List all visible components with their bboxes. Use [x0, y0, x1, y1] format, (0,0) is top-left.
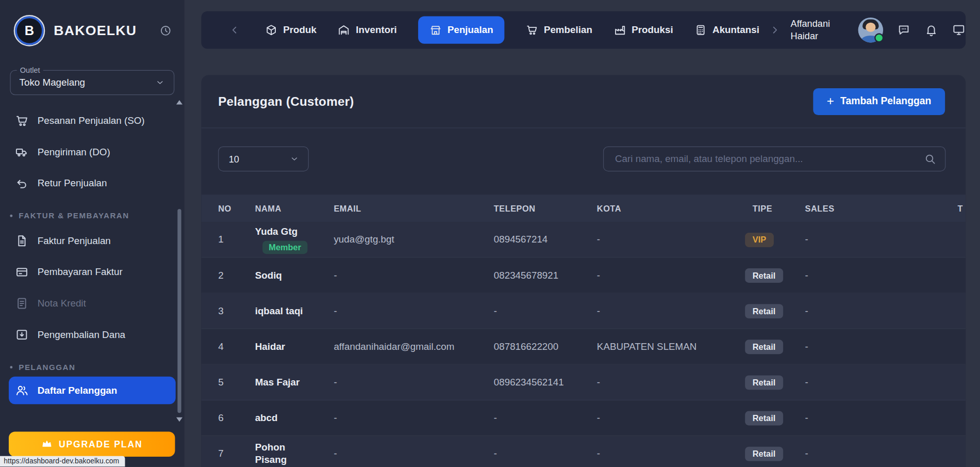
page-size-select[interactable]: 10 [218, 147, 309, 171]
customer-name: iqbaal taqi [255, 304, 315, 317]
table-row[interactable]: 5Mas Fajar-0896234562141-Retail- [201, 365, 966, 400]
sidebar-item-pesanan-penjualan-so[interactable]: Pesanan Penjualan (SO) [9, 105, 176, 137]
cell-kota: - [597, 234, 753, 245]
sidebar-item-faktur-penjualan[interactable]: Faktur Penjualan [9, 225, 176, 256]
truck-icon [15, 145, 29, 159]
cell-tipe: Retail [745, 375, 805, 390]
cell-no: 1 [218, 234, 255, 245]
cell-email: - [334, 270, 493, 281]
cell-kota: KABUPATEN SLEMAN [597, 341, 753, 352]
cell-telepon: - [494, 305, 597, 317]
table-row[interactable]: 1Yuda GtgMemberyuda@gtg.bgt0894567214-VI… [201, 222, 966, 257]
customer-name: Pohon Pisang [255, 441, 315, 466]
payment-icon [15, 265, 29, 279]
scroll-down-arrow-icon[interactable] [176, 417, 182, 422]
cell-kota: - [597, 270, 753, 281]
outlet-value: Toko Magelang [20, 77, 85, 88]
table-row[interactable]: 3iqbaal taqi---Retail- [201, 294, 966, 329]
user-name[interactable]: Affandani Haidar [791, 18, 843, 42]
plus-icon: + [827, 94, 834, 107]
outlet-selector[interactable]: Outlet Toko Magelang [10, 70, 174, 95]
sidebar-item-pengembalian-dana[interactable]: Pengembalian Dana [9, 319, 176, 350]
tab-label: Akuntansi [712, 24, 759, 36]
outlet-label: Outlet [17, 66, 43, 74]
cell-kota: - [597, 412, 753, 424]
cell-nama: Mas Fajar [255, 376, 334, 389]
sidebar-item-label: Faktur Penjualan [38, 235, 111, 247]
customer-name: Haidar [255, 341, 315, 353]
column-header-no: NO [218, 204, 255, 213]
cart-icon [15, 114, 29, 128]
cell-sales: - [805, 412, 958, 424]
tab-pembelian[interactable]: Pembelian [526, 24, 592, 36]
sidebar-item-daftar-pelanggan[interactable]: Daftar Pelanggan [9, 377, 176, 404]
cell-sales: - [805, 341, 958, 352]
column-header-kota: KOTA [597, 204, 753, 213]
tab-label: Pembelian [544, 24, 592, 36]
nav-scroll-left-icon[interactable] [229, 24, 241, 36]
table-row[interactable]: 2Sodiq-082345678921-Retail- [201, 258, 966, 294]
customer-name: Sodiq [255, 269, 315, 281]
tab-inventori[interactable]: Inventori [338, 24, 397, 36]
tipe-badge: Retail [745, 446, 783, 461]
sidebar-item-pengiriman-do[interactable]: Pengiriman (DO) [9, 136, 176, 168]
upgrade-plan-button[interactable]: UPGRADE PLAN [9, 432, 175, 457]
sidebar-item-retur-penjualan[interactable]: Retur Penjualan [9, 168, 176, 199]
sidebar-item-label: Retur Penjualan [38, 178, 107, 189]
cell-nama: Haidar [255, 341, 334, 353]
tab-akuntansi[interactable]: Akuntansi [694, 24, 759, 36]
return-icon [15, 176, 29, 190]
sidebar-item-nota-kredit[interactable]: Nota Kredit [9, 288, 176, 319]
tab-produksi[interactable]: Produksi [613, 24, 673, 36]
add-customer-button[interactable]: + Tambah Pelanggan [813, 88, 945, 115]
search-icon[interactable] [924, 153, 936, 165]
column-header-t: T [957, 204, 966, 213]
tab-penjualan[interactable]: Penjualan [418, 17, 505, 44]
cell-tipe: Retail [745, 411, 805, 425]
card-header: Pelanggan (Customer) + Tambah Pelanggan [201, 75, 966, 128]
tipe-badge: VIP [745, 232, 773, 247]
cell-nama: Pohon Pisang [255, 441, 334, 466]
table-row[interactable]: 4Haidaraffandanihaidar@gmail.com08781662… [201, 329, 966, 365]
topbar-nav: ProdukInventoriPenjualanPembelianProduks… [265, 17, 759, 44]
bell-icon[interactable] [924, 23, 938, 37]
tab-produk[interactable]: Produk [265, 24, 317, 36]
brand-row: B BAKOELKU [0, 0, 185, 59]
chat-icon[interactable] [897, 23, 911, 37]
clock-icon[interactable] [159, 24, 172, 37]
table-row[interactable]: 7Pohon Pisang---Retail- [201, 436, 966, 466]
column-header-email: EMAIL [334, 204, 493, 213]
chevron-down-icon [289, 154, 299, 164]
column-header-nama: NAMA [255, 204, 334, 213]
sidebar: B BAKOELKU Outlet Toko Magelang Pesanan … [0, 0, 185, 466]
sidebar-scrollbar[interactable] [176, 99, 183, 423]
scroll-up-arrow-icon[interactable] [176, 100, 182, 104]
warehouse-icon [338, 24, 350, 36]
cell-no: 4 [218, 341, 255, 352]
search-box[interactable] [603, 147, 945, 171]
sidebar-item-pembayaran-faktur[interactable]: Pembayaran Faktur [9, 256, 176, 288]
cell-no: 5 [218, 377, 255, 388]
add-customer-label: Tambah Pelanggan [840, 95, 931, 107]
column-header-tipe: TIPE [753, 204, 805, 213]
table-row[interactable]: 6abcd---Retail- [201, 400, 966, 436]
cell-tipe: Retail [745, 268, 805, 283]
customers-icon [15, 383, 29, 397]
avatar[interactable] [858, 18, 883, 42]
invoice-icon [15, 234, 29, 248]
search-input[interactable] [614, 153, 924, 165]
cell-tipe: Retail [745, 304, 805, 318]
cell-email: - [334, 448, 493, 459]
page-size-value: 10 [229, 154, 239, 165]
column-header-telepon: TELEPON [494, 204, 597, 213]
customer-name: Mas Fajar [255, 376, 315, 389]
sidebar-section-faktur-pembayaran: FAKTUR & PEMBAYARAN [9, 212, 176, 220]
monitor-icon[interactable] [952, 23, 966, 37]
tipe-badge: Retail [745, 268, 783, 283]
app-window: B BAKOELKU Outlet Toko Magelang Pesanan … [0, 0, 980, 466]
scrollbar-thumb[interactable] [177, 209, 181, 413]
sidebar-menu: Pesanan Penjualan (SO)Pengiriman (DO)Ret… [0, 105, 185, 405]
sidebar-item-label: Daftar Pelanggan [38, 385, 118, 396]
nav-scroll-right-icon[interactable] [768, 24, 780, 36]
cell-sales: - [805, 234, 958, 245]
